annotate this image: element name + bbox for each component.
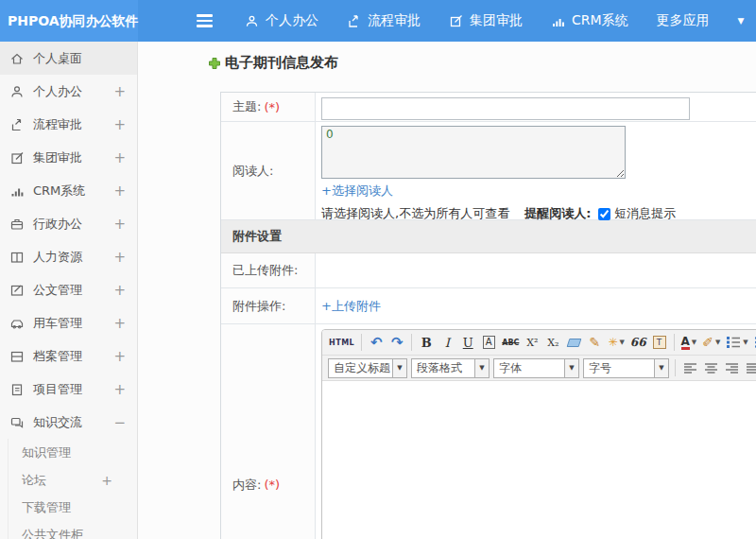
- nav-more-apps[interactable]: 更多应用: [657, 12, 710, 29]
- top-header: PHPOA协同办公软件 个人办公 流程审批 集团审批 CRM系统 更多应用 ▼: [0, 0, 756, 42]
- paragraph-format-select[interactable]: 段落格式 ▼: [411, 358, 490, 378]
- ordered-list-icon[interactable]: ▼: [724, 333, 749, 353]
- subscript-button[interactable]: X₂: [543, 333, 562, 353]
- collapse-minus-icon[interactable]: −: [113, 414, 126, 431]
- custom-heading-select[interactable]: 自定义标题 ▼: [328, 358, 407, 378]
- sidebar-subitem-knowledge-management[interactable]: 知识管理: [9, 439, 137, 466]
- font-color-button[interactable]: A▼: [679, 333, 699, 353]
- redo-icon[interactable]: ↷: [387, 333, 406, 353]
- select-readers-link[interactable]: +选择阅读人: [321, 183, 393, 200]
- uploaded-attachments-value: [316, 253, 756, 287]
- sidebar-item-group-approval[interactable]: 集团审批 +: [0, 141, 137, 174]
- align-right-icon[interactable]: [722, 358, 741, 378]
- editor-toolbar-row1: HTML ↶ ↷ B I U A ABC X² X₂: [322, 330, 756, 356]
- expand-plus-icon[interactable]: +: [113, 315, 126, 332]
- font-family-select[interactable]: 字体 ▼: [493, 358, 579, 378]
- sms-remind-checkbox[interactable]: [598, 208, 610, 220]
- readers-note-text: 请选择阅读人,不选为所有人可查看: [321, 205, 509, 222]
- upload-attachment-link[interactable]: +上传附件: [321, 298, 381, 315]
- sidebar-subitem-public-file-cabinet[interactable]: 公共文件柜: [9, 521, 137, 539]
- nav-personal-office[interactable]: 个人办公: [245, 12, 318, 29]
- flow-icon: [9, 117, 25, 132]
- car-icon: [9, 316, 25, 331]
- sidebar-item-human-resources[interactable]: 人力资源 +: [0, 240, 137, 273]
- align-justify-icon[interactable]: [743, 358, 756, 378]
- expand-plus-icon[interactable]: +: [113, 149, 126, 166]
- attachment-operation-row: 附件操作: +上传附件: [221, 288, 756, 324]
- clipboard-icon: [9, 382, 25, 397]
- sidebar-item-vehicle-management[interactable]: 用车管理 +: [0, 306, 137, 339]
- expand-plus-icon[interactable]: +: [113, 282, 126, 299]
- rich-text-editor: HTML ↶ ↷ B I U A ABC X² X₂: [321, 329, 756, 539]
- sidebar-item-personal-desktop[interactable]: 个人桌面: [0, 42, 137, 75]
- font-style-button[interactable]: A: [479, 333, 498, 353]
- uploaded-attachments-label: 已上传附件:: [232, 262, 298, 279]
- expand-plus-icon[interactable]: +: [113, 183, 126, 200]
- main-content: 电子期刊信息发布 主题: (*) 阅读人: 0 +选择阅读人: [138, 42, 756, 539]
- html-source-button[interactable]: HTML: [327, 333, 356, 353]
- sidebar-item-personal-office[interactable]: 个人办公 +: [0, 75, 137, 108]
- italic-button[interactable]: I: [438, 333, 456, 353]
- top-navigation: 个人办公 流程审批 集团审批 CRM系统 更多应用 ▼: [245, 12, 745, 29]
- sidebar-subitem-forum[interactable]: 论坛 +: [9, 466, 137, 494]
- nav-label: 更多应用: [657, 12, 710, 29]
- attachment-operation-label: 附件操作:: [232, 298, 285, 315]
- bar-chart-icon: [9, 183, 25, 199]
- expand-plus-icon[interactable]: +: [113, 381, 126, 398]
- subject-input[interactable]: [321, 97, 690, 120]
- sidebar-item-archive-management[interactable]: 档案管理 +: [0, 339, 137, 373]
- readers-textarea[interactable]: 0: [321, 126, 626, 179]
- sidebar-item-administrative-office[interactable]: 行政办公 +: [0, 207, 137, 240]
- sms-remind-label: 短消息提示: [614, 205, 676, 222]
- strikethrough-button[interactable]: ABC: [500, 333, 521, 353]
- highlight-color-icon[interactable]: ✐▼: [700, 333, 722, 353]
- bold-button[interactable]: B: [417, 333, 436, 353]
- nav-crm-system[interactable]: CRM系统: [551, 12, 628, 29]
- plus-green-icon: [208, 57, 221, 70]
- hamburger-menu-icon[interactable]: [197, 14, 213, 27]
- caret-down-icon: ▼: [619, 339, 624, 346]
- superscript-button[interactable]: X²: [523, 333, 541, 353]
- sidebar-item-workflow-approval[interactable]: 流程审批 +: [0, 108, 137, 141]
- eraser-icon[interactable]: [564, 333, 583, 353]
- editor-content-area[interactable]: [322, 381, 756, 539]
- nav-group-approval[interactable]: 集团审批: [449, 12, 523, 29]
- required-mark: (*): [264, 478, 280, 492]
- expand-plus-icon[interactable]: +: [113, 348, 126, 365]
- sidebar-item-document-management[interactable]: 公文管理 +: [0, 273, 137, 306]
- underline-button[interactable]: U: [458, 333, 477, 353]
- page-title: 电子期刊信息发布: [208, 54, 338, 72]
- caret-down-icon: ▼: [392, 359, 406, 377]
- sidebar-item-project-management[interactable]: 项目管理 +: [0, 373, 137, 406]
- sidebar-item-crm-system[interactable]: CRM系统 +: [0, 174, 137, 207]
- expand-plus-icon[interactable]: +: [101, 473, 112, 488]
- auto-format-icon[interactable]: ✳▼: [606, 333, 626, 353]
- chevron-down-icon[interactable]: ▼: [738, 16, 745, 26]
- edit-icon: [9, 150, 25, 165]
- format-brush-icon[interactable]: ✎: [585, 333, 604, 353]
- caret-down-icon: ▼: [715, 339, 720, 346]
- expand-plus-icon[interactable]: +: [113, 216, 126, 233]
- archive-icon: [9, 349, 25, 364]
- paste-text-icon[interactable]: T: [650, 333, 669, 353]
- nav-label: 个人办公: [266, 12, 318, 29]
- expand-plus-icon[interactable]: +: [113, 249, 126, 266]
- nav-workflow-approval[interactable]: 流程审批: [347, 12, 421, 29]
- nav-label: CRM系统: [572, 12, 628, 29]
- sidebar-item-knowledge-exchange[interactable]: 知识交流 −: [0, 406, 137, 439]
- undo-icon[interactable]: ↶: [367, 333, 386, 353]
- unordered-list-icon[interactable]: [752, 333, 756, 353]
- expand-plus-icon[interactable]: +: [113, 116, 126, 133]
- editor-toolbar-row2: 自定义标题 ▼ 段落格式 ▼ 字体 ▼: [322, 356, 756, 381]
- edit-icon: [449, 14, 463, 28]
- align-left-icon[interactable]: [680, 358, 699, 378]
- sidebar: 个人桌面 个人办公 + 流程审批 + 集团审批 + CRM系统 + 行政办公 +: [0, 42, 138, 539]
- blockquote-button[interactable]: 66: [628, 333, 648, 353]
- app-logo: PHPOA协同办公软件: [0, 0, 138, 42]
- font-size-select[interactable]: 字号 ▼: [583, 358, 669, 378]
- home-icon: [9, 51, 25, 66]
- align-center-icon[interactable]: [701, 358, 720, 378]
- remind-readers-label: 提醒阅读人:: [524, 205, 591, 222]
- sidebar-subitem-download-management[interactable]: 下载管理: [9, 494, 137, 521]
- expand-plus-icon[interactable]: +: [113, 83, 126, 100]
